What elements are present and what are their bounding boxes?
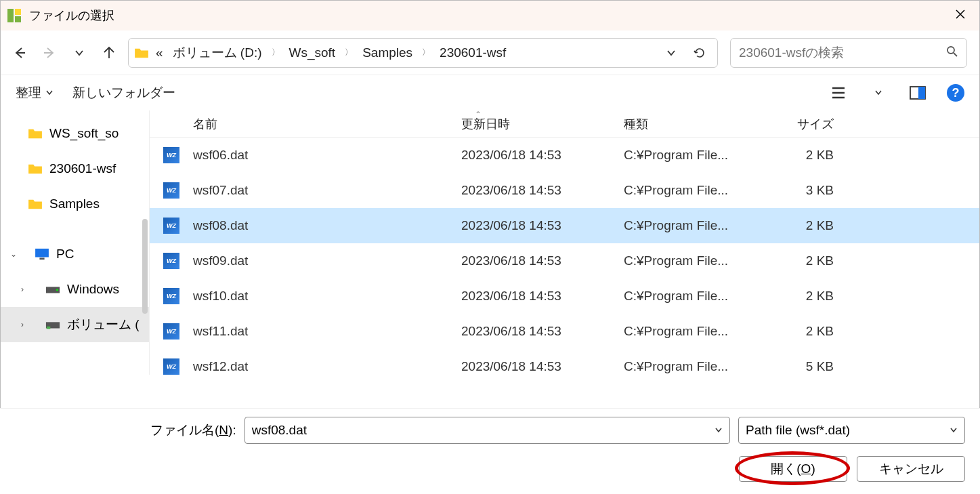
file-type: C:¥Program File...: [624, 359, 766, 374]
close-button[interactable]: [947, 9, 974, 23]
file-type: C:¥Program File...: [624, 253, 766, 268]
sidebar-item[interactable]: WS_soft_so: [1, 116, 149, 151]
filename-input[interactable]: wsf08.dat: [244, 417, 730, 444]
button-row: 開く(O) キャンセル: [15, 456, 965, 482]
svg-rect-7: [39, 258, 44, 260]
sidebar-item-label: WS_soft_so: [49, 126, 119, 141]
sidebar-item-pc[interactable]: ⌄ PC: [1, 236, 149, 272]
sidebar-item-label: ボリューム (: [67, 316, 140, 333]
breadcrumb-part[interactable]: Samples: [360, 45, 415, 60]
toolbar: 整理 新しいフォルダー ?: [1, 75, 979, 110]
chevron-down-icon: [45, 89, 54, 97]
sidebar-scrollbar[interactable]: [142, 219, 148, 314]
chevron-down-icon[interactable]: [715, 426, 723, 434]
view-mode-button[interactable]: [829, 83, 849, 103]
filename-label: ファイル名(N):: [150, 421, 236, 439]
svg-rect-1: [15, 9, 21, 15]
file-name: wsf06.dat: [193, 148, 248, 163]
preview-pane-button[interactable]: [908, 83, 928, 103]
titlebar: ファイルの選択: [1, 1, 979, 30]
file-name: wsf08.dat: [193, 218, 248, 233]
file-size: 5 KB: [766, 359, 847, 374]
breadcrumb-part[interactable]: 230601-wsf: [437, 45, 509, 60]
file-date: 2023/06/18 14:53: [461, 218, 624, 233]
column-header-name[interactable]: 名前: [163, 116, 461, 132]
breadcrumb-part[interactable]: ボリューム (D:): [170, 44, 265, 62]
file-icon: WZ: [163, 182, 179, 199]
navbar: « ボリューム (D:) 〉 Ws_soft 〉 Samples 〉 23060…: [1, 30, 979, 75]
view-mode-dropdown[interactable]: [868, 83, 889, 103]
back-button[interactable]: [13, 46, 26, 60]
app-icon: [6, 7, 22, 24]
file-date: 2023/06/18 14:53: [461, 289, 624, 304]
chevron-right-icon[interactable]: ›: [21, 320, 30, 329]
folder-icon: [28, 163, 43, 175]
file-type: C:¥Program File...: [624, 218, 766, 233]
chevron-down-icon[interactable]: ⌄: [10, 249, 20, 259]
search-icon: [946, 45, 958, 60]
file-size: 2 KB: [766, 218, 847, 233]
file-icon: WZ: [163, 288, 179, 304]
sidebar-item-label: Samples: [49, 197, 100, 211]
forward-button[interactable]: [43, 46, 56, 60]
breadcrumb-part[interactable]: Ws_soft: [286, 45, 339, 60]
file-list: ⌃ 名前 更新日時 種類 サイズ WZwsf06.dat2023/06/18 1…: [150, 110, 979, 375]
sidebar-item-drive[interactable]: › Windows: [1, 272, 149, 307]
file-date: 2023/06/18 14:53: [461, 183, 624, 198]
recent-dropdown[interactable]: [72, 46, 86, 60]
column-header-size[interactable]: サイズ: [766, 116, 847, 132]
breadcrumb-overflow[interactable]: «: [153, 45, 166, 60]
pc-icon: [35, 248, 49, 260]
file-icon: WZ: [163, 218, 179, 234]
refresh-button[interactable]: [687, 47, 712, 59]
sidebar: WS_soft_so 230601-wsf Samples ⌄ PC › Win…: [1, 110, 150, 375]
search-box[interactable]: [730, 38, 967, 68]
chevron-right-icon[interactable]: ›: [21, 285, 30, 294]
file-row[interactable]: WZwsf08.dat2023/06/18 14:53C:¥Program Fi…: [150, 208, 979, 243]
column-header-type[interactable]: 種類: [624, 116, 766, 132]
chevron-right-icon: 〉: [269, 47, 282, 58]
file-row[interactable]: WZwsf09.dat2023/06/18 14:53C:¥Program Fi…: [150, 243, 979, 279]
column-header-date[interactable]: 更新日時: [461, 116, 624, 132]
sidebar-item-drive[interactable]: › ボリューム (: [1, 307, 149, 342]
up-button[interactable]: [102, 46, 116, 60]
file-size: 2 KB: [766, 253, 847, 268]
file-row[interactable]: WZwsf07.dat2023/06/18 14:53C:¥Program Fi…: [150, 173, 979, 208]
search-input[interactable]: [739, 45, 941, 60]
footer: ファイル名(N): wsf08.dat Path file (wsf*.dat)…: [0, 408, 980, 494]
folder-icon: [28, 198, 43, 210]
file-date: 2023/06/18 14:53: [461, 324, 624, 339]
file-icon: WZ: [163, 323, 179, 339]
sidebar-item-label: Windows: [67, 282, 119, 297]
file-date: 2023/06/18 14:53: [461, 148, 624, 163]
filetype-select[interactable]: Path file (wsf*.dat): [738, 417, 965, 444]
file-icon: WZ: [163, 147, 179, 163]
cancel-button[interactable]: キャンセル: [857, 456, 965, 482]
open-button[interactable]: 開く(O): [739, 456, 847, 482]
help-button[interactable]: ?: [947, 84, 964, 102]
breadcrumb-dropdown[interactable]: [659, 48, 683, 58]
file-date: 2023/06/18 14:53: [461, 359, 624, 374]
file-row[interactable]: WZwsf11.dat2023/06/18 14:53C:¥Program Fi…: [150, 314, 979, 349]
list-header: ⌃ 名前 更新日時 種類 サイズ: [150, 110, 979, 138]
file-row[interactable]: WZwsf12.dat2023/06/18 14:53C:¥Program Fi…: [150, 349, 979, 375]
sidebar-item[interactable]: Samples: [1, 186, 149, 222]
chevron-right-icon: 〉: [419, 47, 433, 58]
file-name: wsf11.dat: [193, 324, 248, 339]
file-size: 3 KB: [766, 183, 847, 198]
breadcrumb[interactable]: « ボリューム (D:) 〉 Ws_soft 〉 Samples 〉 23060…: [128, 38, 718, 68]
file-name: wsf12.dat: [193, 359, 248, 374]
file-name: wsf09.dat: [193, 253, 248, 268]
nav-arrows: [13, 46, 116, 60]
new-folder-button[interactable]: 新しいフォルダー: [72, 84, 175, 102]
file-type: C:¥Program File...: [624, 324, 766, 339]
organize-menu[interactable]: 整理: [16, 84, 54, 102]
svg-rect-6: [35, 249, 49, 258]
file-type: C:¥Program File...: [624, 183, 766, 198]
sidebar-item[interactable]: 230601-wsf: [1, 151, 149, 186]
file-icon: WZ: [163, 358, 179, 375]
dialog-title: ファイルの選択: [29, 7, 947, 24]
file-row[interactable]: WZwsf06.dat2023/06/18 14:53C:¥Program Fi…: [150, 138, 979, 173]
sidebar-item-label: 230601-wsf: [49, 161, 116, 176]
file-row[interactable]: WZwsf10.dat2023/06/18 14:53C:¥Program Fi…: [150, 279, 979, 314]
